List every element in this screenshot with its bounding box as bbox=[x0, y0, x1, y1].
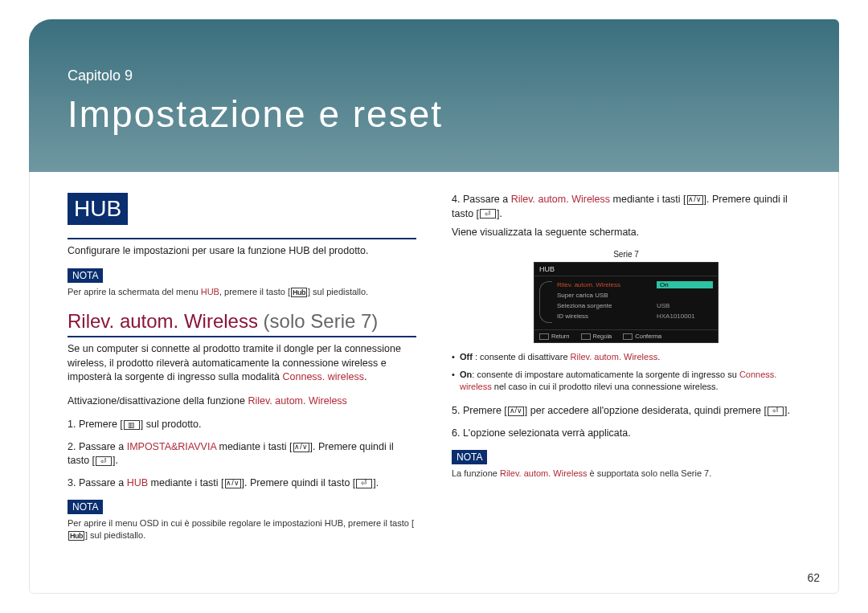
steps-list-right: 4. Passare a Rilev. autom. Wireless medi… bbox=[452, 193, 800, 240]
nota-tag: NOTA bbox=[68, 500, 103, 514]
divider bbox=[68, 238, 416, 239]
step-6: 6. L'opzione selezionata verrà applicata… bbox=[452, 427, 800, 441]
nota-text-1: Per aprire la schermata del menu HUB, pr… bbox=[68, 286, 416, 298]
osd-row: Seleziona sorgenteUSB bbox=[557, 300, 713, 311]
step-2: 2. Passare a IMPOSTA&RIAVVIA mediante i … bbox=[68, 440, 416, 468]
steps-list: 1. Premere [▥] sul prodotto. 2. Passare … bbox=[68, 418, 416, 490]
osd-preview-label: Serie 7 bbox=[452, 250, 800, 259]
bullet-off: Off : consente di disattivare Rilev. aut… bbox=[452, 351, 800, 363]
divider bbox=[68, 336, 416, 337]
hub-pill: HUB bbox=[68, 193, 128, 225]
step-3: 3. Passare a HUB mediante i tasti [∧/∨].… bbox=[68, 476, 416, 491]
section-title: Rilev. autom. Wireless (solo Serie 7) bbox=[68, 310, 416, 333]
page-root: Capitolo 9 Impostazione e reset HUB Conf… bbox=[0, 0, 868, 613]
content-area: HUB Configurare le impostazioni per usar… bbox=[68, 193, 800, 574]
osd-row: ID wirelessHXA1010001 bbox=[557, 311, 713, 321]
enter-icon: ⏎ bbox=[480, 209, 496, 219]
osd-preview: HUB Rilev. autom. WirelessOn Super caric… bbox=[534, 262, 719, 343]
updown-icon: ∧/∨ bbox=[293, 443, 309, 452]
nota-text-2: Per aprire il menu OSD in cui è possibil… bbox=[68, 517, 416, 541]
hub-button-icon: Hub bbox=[291, 288, 307, 297]
page-number: 62 bbox=[807, 571, 820, 584]
osd-row: Rilev. autom. WirelessOn bbox=[557, 280, 713, 290]
nota-text-3: La funzione Rilev. autom. Wireless è sup… bbox=[452, 468, 800, 480]
osd-preview-wrap: Serie 7 HUB Rilev. autom. WirelessOn Sup… bbox=[452, 250, 800, 343]
right-column: 4. Passare a Rilev. autom. Wireless medi… bbox=[452, 193, 800, 574]
section-paragraph: Se un computer si connette al prodotto t… bbox=[68, 342, 416, 385]
osd-arc-icon bbox=[539, 281, 552, 323]
page-title: Impostazione e reset bbox=[68, 92, 800, 136]
osd-rows: Rilev. autom. WirelessOn Super carica US… bbox=[557, 280, 713, 321]
enter-icon: ⏎ bbox=[96, 456, 112, 466]
bullet-on: On: consente di impostare automaticament… bbox=[452, 369, 800, 393]
steps-list-right-2: 5. Premere [∧/∨] per accedere all'opzion… bbox=[452, 404, 800, 440]
hub-button-icon: Hub bbox=[68, 531, 84, 541]
nota-tag: NOTA bbox=[68, 268, 103, 283]
nota-tag: NOTA bbox=[452, 450, 487, 464]
menu-icon: ▥ bbox=[124, 420, 140, 430]
osd-row: Super carica USB bbox=[557, 290, 713, 300]
step-4: 4. Passare a Rilev. autom. Wireless medi… bbox=[452, 193, 800, 240]
osd-title: HUB bbox=[534, 263, 718, 276]
option-bullets: Off : consente di disattivare Rilev. aut… bbox=[452, 351, 800, 394]
updown-icon: ∧/∨ bbox=[687, 195, 703, 205]
toggle-line: Attivazione/disattivazione della funzion… bbox=[68, 394, 416, 409]
enter-icon: ⏎ bbox=[356, 479, 372, 488]
chapter-header: Capitolo 9 Impostazione e reset bbox=[29, 19, 839, 172]
step-1: 1. Premere [▥] sul prodotto. bbox=[68, 418, 416, 432]
left-column: HUB Configurare le impostazioni per usar… bbox=[68, 193, 416, 574]
chapter-label: Capitolo 9 bbox=[68, 67, 800, 84]
enter-icon: ⏎ bbox=[768, 407, 784, 416]
step-5: 5. Premere [∧/∨] per accedere all'opzion… bbox=[452, 404, 800, 419]
hub-intro: Configurare le impostazioni per usare la… bbox=[68, 244, 416, 259]
osd-footer: Return Regola Conferma bbox=[534, 329, 718, 342]
updown-icon: ∧/∨ bbox=[225, 479, 241, 488]
updown-icon: ∧/∨ bbox=[508, 407, 524, 416]
